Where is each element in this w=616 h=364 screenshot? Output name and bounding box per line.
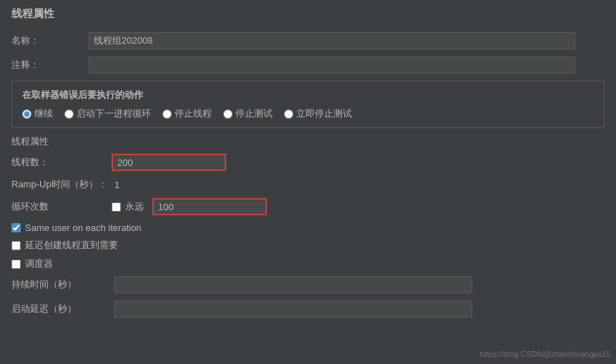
- radio-stop-test-label: 停止测试: [235, 107, 273, 120]
- duration-label: 持续时间（秒）: [11, 278, 112, 291]
- name-label: 名称：: [11, 34, 83, 47]
- radio-stop-thread[interactable]: 停止线程: [162, 107, 212, 120]
- same-user-checkbox[interactable]: [11, 223, 21, 232]
- section-title: 线程属性: [11, 7, 605, 24]
- radio-next-loop-label: 启动下一进程循环: [77, 107, 151, 120]
- scheduler-checkbox[interactable]: [11, 260, 21, 269]
- radio-stop-test-now[interactable]: 立即停止测试: [284, 107, 352, 120]
- same-user-row[interactable]: Same user on each iteration: [11, 222, 605, 233]
- radio-continue[interactable]: 继续: [22, 107, 53, 120]
- rampup-label: Ramp-Up时间（秒）：: [11, 178, 112, 191]
- radio-stop-test-now-label: 立即停止测试: [296, 107, 352, 120]
- comment-row: 注释：: [11, 56, 605, 74]
- name-input[interactable]: [89, 32, 575, 49]
- loop-count-input[interactable]: [152, 198, 267, 215]
- watermark: https://blog.CSDN@zhaoshuangjia15: [480, 350, 610, 358]
- comment-input[interactable]: [89, 56, 575, 74]
- scheduler-row[interactable]: 调度器: [11, 257, 605, 270]
- radio-next-loop[interactable]: 启动下一进程循环: [64, 107, 151, 120]
- delay-create-checkbox[interactable]: [11, 241, 21, 250]
- duration-row: 持续时间（秒）: [11, 276, 605, 293]
- thread-count-input[interactable]: [112, 154, 226, 171]
- loop-row: 循环次数 永远: [11, 198, 605, 215]
- loop-label: 循环次数: [11, 200, 112, 213]
- same-user-label: Same user on each iteration: [25, 222, 142, 233]
- radio-stop-thread-input[interactable]: [162, 109, 172, 119]
- forever-row: 永远: [112, 198, 267, 215]
- radio-continue-label: 继续: [34, 107, 53, 120]
- name-row: 名称：: [11, 32, 605, 49]
- duration-input[interactable]: [114, 276, 472, 293]
- radio-continue-input[interactable]: [22, 109, 31, 119]
- scheduler-label: 调度器: [25, 257, 53, 270]
- thread-props-title: 线程属性: [11, 135, 605, 148]
- rampup-value: 1: [114, 179, 119, 190]
- forever-checkbox[interactable]: [112, 202, 121, 212]
- thread-count-label: 线程数：: [11, 156, 112, 169]
- radio-stop-test-input[interactable]: [223, 109, 233, 119]
- action-section: 在取样器错误后要执行的动作 继续 启动下一进程循环 停止线程 停止测试 立即停止…: [11, 81, 605, 128]
- start-delay-label: 启动延迟（秒）: [11, 302, 112, 315]
- radio-stop-test-now-input[interactable]: [284, 109, 293, 119]
- rampup-row: Ramp-Up时间（秒）： 1: [11, 178, 605, 191]
- action-radio-group: 继续 启动下一进程循环 停止线程 停止测试 立即停止测试: [22, 107, 594, 120]
- delay-create-label: 延迟创建线程直到需要: [25, 239, 118, 252]
- thread-props-section: 线程数： Ramp-Up时间（秒）： 1 循环次数 永远 Same user o…: [11, 154, 605, 318]
- comment-label: 注释：: [11, 59, 83, 72]
- delay-create-row[interactable]: 延迟创建线程直到需要: [11, 239, 605, 252]
- radio-stop-thread-label: 停止线程: [175, 107, 212, 120]
- thread-count-row: 线程数：: [11, 154, 605, 171]
- forever-label: 永远: [125, 200, 144, 213]
- radio-stop-test[interactable]: 停止测试: [223, 107, 273, 120]
- start-delay-row: 启动延迟（秒）: [11, 300, 605, 318]
- action-section-title: 在取样器错误后要执行的动作: [22, 89, 594, 102]
- radio-next-loop-input[interactable]: [64, 109, 74, 119]
- start-delay-input[interactable]: [114, 300, 472, 318]
